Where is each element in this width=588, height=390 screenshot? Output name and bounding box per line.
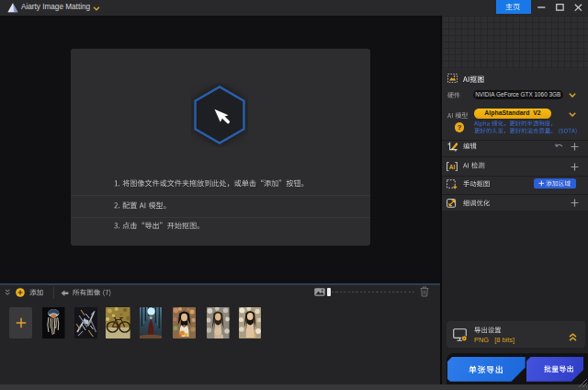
svg-text:AI: AI — [449, 163, 456, 169]
